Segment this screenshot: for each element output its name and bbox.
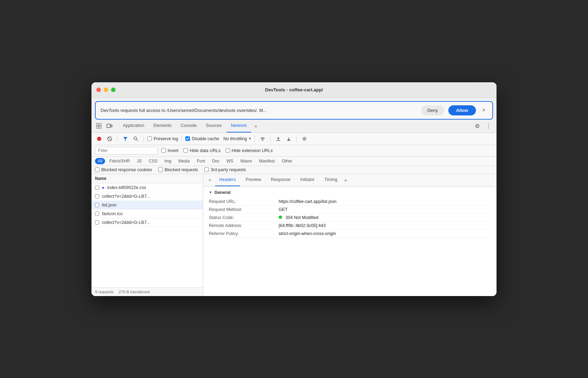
tabs-overflow-button[interactable]: » bbox=[252, 123, 260, 129]
cursor-icon[interactable] bbox=[95, 122, 103, 130]
file-item-3[interactable]: favicon.ico bbox=[91, 210, 203, 218]
filter-input[interactable] bbox=[95, 147, 158, 154]
detail-tab-response[interactable]: Response bbox=[267, 174, 295, 187]
status-dot-icon bbox=[279, 216, 282, 219]
svg-marker-9 bbox=[123, 137, 127, 141]
type-btn-font[interactable]: Font bbox=[194, 158, 208, 164]
hide-extension-urls-checkbox[interactable]: Hide extension URLs bbox=[226, 148, 273, 153]
record-button[interactable] bbox=[95, 135, 103, 143]
type-btn-img[interactable]: Img bbox=[162, 158, 174, 164]
blocked-requests-checkbox[interactable]: Blocked requests bbox=[158, 167, 198, 172]
file-list-footer: 9 requests 279 B transferred bbox=[91, 287, 203, 296]
svg-rect-2 bbox=[96, 126, 98, 128]
throttle-arrow-icon[interactable]: ▾ bbox=[249, 136, 251, 141]
upload-icon[interactable] bbox=[274, 135, 282, 143]
type-btn-ws[interactable]: WS bbox=[224, 158, 236, 164]
tab-application[interactable]: Application bbox=[119, 119, 148, 133]
minimize-button[interactable] bbox=[104, 88, 108, 92]
detail-tab-preview[interactable]: Preview bbox=[241, 174, 265, 187]
type-btn-css[interactable]: CSS bbox=[146, 158, 160, 164]
tab-elements[interactable]: Elements bbox=[149, 119, 176, 133]
svg-line-11 bbox=[137, 139, 138, 141]
blocked-cookies-checkbox[interactable]: Blocked response cookies bbox=[95, 167, 152, 172]
detail-panel: × Headers Preview Response Initiator Tim… bbox=[203, 174, 497, 296]
devtools-tab-bar: Application Elements Console Sources Net… bbox=[91, 120, 497, 133]
file-list: Name ■ index-b859522e.css collect?v=2&ti… bbox=[91, 174, 203, 296]
separator-6 bbox=[296, 135, 297, 142]
window-title: DevTools - coffee-cart.app/ bbox=[265, 87, 323, 92]
svg-rect-4 bbox=[107, 124, 110, 128]
file-list-header: Name bbox=[91, 174, 203, 183]
devtools-window: DevTools - coffee-cart.app/ DevTools req… bbox=[91, 82, 497, 296]
more-icon[interactable]: ⋮ bbox=[484, 121, 493, 130]
file-item-1[interactable]: collect?v=2&tid=G-LB7... bbox=[91, 192, 203, 201]
disable-cache-checkbox[interactable]: Disable cache bbox=[185, 136, 219, 141]
svg-rect-1 bbox=[99, 123, 101, 126]
general-section-header: ▼ General bbox=[209, 190, 491, 195]
titlebar: DevTools - coffee-cart.app/ bbox=[91, 82, 497, 98]
type-btn-manifest[interactable]: Manifest bbox=[256, 158, 278, 164]
settings-icon[interactable]: ⚙ bbox=[473, 121, 482, 130]
clear-button[interactable] bbox=[105, 135, 114, 143]
type-btn-js[interactable]: JS bbox=[134, 158, 145, 164]
blocked-bar: Blocked response cookies Blocked request… bbox=[91, 166, 497, 174]
detail-tab-headers[interactable]: Headers bbox=[215, 174, 240, 187]
file-item-4[interactable]: collect?v=2&tid=G-LB7... bbox=[91, 218, 203, 227]
allow-button[interactable]: Allow bbox=[448, 105, 476, 115]
preserve-log-checkbox[interactable]: Preserve log bbox=[147, 136, 178, 141]
maximize-button[interactable] bbox=[111, 88, 116, 92]
svg-point-10 bbox=[134, 137, 137, 139]
tab-icons bbox=[95, 122, 113, 130]
detail-tab-initiator[interactable]: Initiator bbox=[296, 174, 319, 187]
filter-bar: Invert Hide data URLs Hide extension URL… bbox=[91, 145, 497, 157]
close-button[interactable] bbox=[96, 88, 101, 92]
filter-button[interactable] bbox=[121, 135, 130, 143]
type-btn-wasm[interactable]: Wasm bbox=[237, 158, 255, 164]
type-btn-other[interactable]: Other bbox=[279, 158, 295, 164]
search-button[interactable] bbox=[132, 135, 140, 143]
device-icon[interactable] bbox=[105, 122, 113, 130]
type-btn-all[interactable]: All bbox=[95, 158, 105, 164]
separator-4 bbox=[255, 135, 255, 142]
svg-line-8 bbox=[108, 137, 111, 140]
detail-row-referrer: Referrer Policy: strict-origin-when-cros… bbox=[209, 230, 491, 238]
type-btn-fetch-xhr[interactable]: Fetch/XHR bbox=[106, 158, 133, 164]
detail-row-status: Status Code: 304 Not Modified bbox=[209, 214, 491, 222]
svg-rect-5 bbox=[111, 125, 112, 127]
detail-close-button[interactable]: × bbox=[206, 176, 214, 184]
third-party-checkbox[interactable]: 3rd-party requests bbox=[204, 167, 246, 172]
permission-bar: DevTools requests full access to /Users/… bbox=[95, 101, 493, 120]
section-toggle-icon[interactable]: ▼ bbox=[209, 190, 212, 194]
tab-sources[interactable]: Sources bbox=[201, 119, 226, 133]
svg-rect-3 bbox=[99, 126, 101, 128]
type-btn-media[interactable]: Media bbox=[176, 158, 193, 164]
detail-tabs-overflow[interactable]: » bbox=[343, 177, 348, 183]
svg-point-17 bbox=[304, 138, 306, 139]
tab-network[interactable]: Network bbox=[227, 119, 251, 133]
network-toolbar: Preserve log Disable cache No throttling… bbox=[91, 133, 497, 145]
throttling-select[interactable]: No throttling bbox=[223, 136, 247, 141]
request-count: 9 requests bbox=[95, 290, 114, 294]
download-icon[interactable] bbox=[285, 135, 293, 143]
invert-checkbox[interactable]: Invert bbox=[161, 148, 178, 153]
wifi-icon[interactable] bbox=[258, 135, 267, 143]
detail-tab-timing[interactable]: Timing bbox=[320, 174, 341, 187]
tab-console[interactable]: Console bbox=[176, 119, 201, 133]
data-transferred: 279 B transferred bbox=[119, 290, 150, 294]
type-btn-doc[interactable]: Doc bbox=[209, 158, 222, 164]
deny-button[interactable]: Deny bbox=[421, 105, 444, 115]
main-content: Name ■ index-b859522e.css collect?v=2&ti… bbox=[91, 174, 497, 296]
separator-1 bbox=[117, 135, 118, 142]
detail-row-url: Request URL: https://coffee-cart.app/lis… bbox=[209, 198, 491, 206]
separator-2 bbox=[144, 135, 144, 142]
detail-row-method: Request Method: GET bbox=[209, 206, 491, 214]
css-icon: ■ bbox=[102, 186, 104, 190]
tabs-right-actions: ⚙ ⋮ bbox=[473, 121, 493, 130]
hide-data-urls-checkbox[interactable]: Hide data URLs bbox=[183, 148, 220, 153]
network-settings-icon[interactable] bbox=[300, 135, 309, 143]
file-item-0[interactable]: ■ index-b859522e.css bbox=[91, 183, 203, 192]
traffic-lights bbox=[96, 88, 116, 92]
file-item-2[interactable]: list.json bbox=[91, 201, 203, 210]
detail-tab-bar: × Headers Preview Response Initiator Tim… bbox=[203, 174, 497, 187]
permission-close-button[interactable]: × bbox=[480, 106, 487, 114]
